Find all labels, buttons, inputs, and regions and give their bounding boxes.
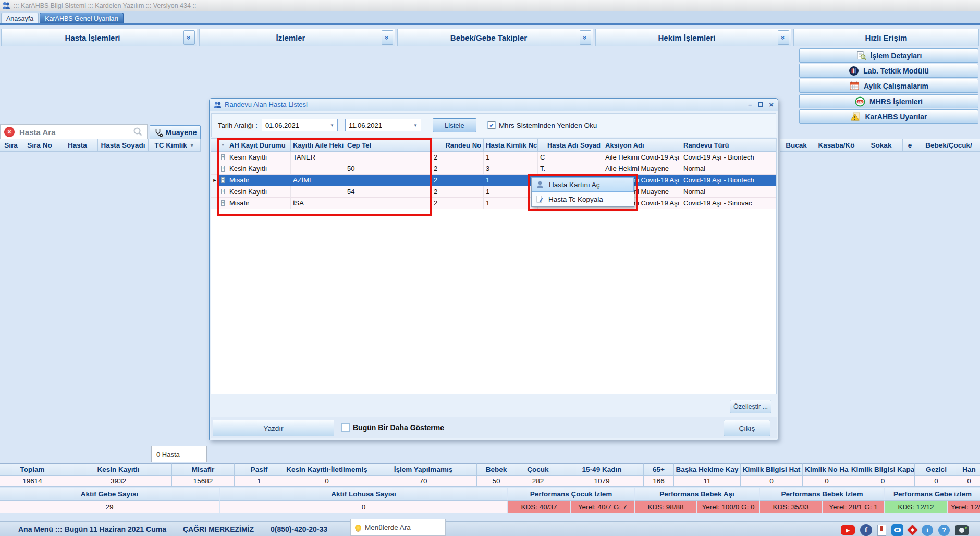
menu-hekim-islemleri[interactable]: Hekim İşlemleri » <box>595 29 791 46</box>
mhrs-checkbox[interactable]: ✔ <box>488 121 495 129</box>
column-e[interactable]: e <box>903 139 917 152</box>
table-row[interactable]: + Kesin Kayıtlı 50 2 3 T. Aile Hekimi Mu… <box>211 163 776 175</box>
cell-cep-tel: 54 <box>345 186 432 197</box>
aktif-gebe-value: 29 <box>0 501 220 513</box>
info-icon[interactable]: i <box>922 525 933 536</box>
yazdir-label: Yazdır <box>263 424 283 432</box>
help-icon[interactable]: ? <box>938 525 950 536</box>
dialog-titlebar: Randevu Alan Hasta Listesi – × <box>210 99 778 111</box>
menu-hasta-islemleri[interactable]: Hasta İşlemleri » <box>1 29 197 46</box>
randevu-table-header: * AH Kayıt Durumu Kayıtlı Aile Heki ▼ Ce… <box>211 139 776 152</box>
status-ana-menu: Ana Menü ::: Bugün 11 Haziran 2021 Cuma <box>18 525 166 533</box>
warning-triangle-icon <box>850 112 861 122</box>
mhrs-islemleri-button[interactable]: 182 MHRS İşlemleri <box>799 94 978 108</box>
stat-value: 0 <box>915 476 958 487</box>
performance-header-row: Aktif Gebe Sayısı Aktif Lohusa Sayısı Pe… <box>0 488 980 501</box>
search-icon[interactable] <box>133 127 143 137</box>
column-ah-kayit-durumu[interactable]: AH Kayıt Durumu <box>227 139 291 152</box>
column-sira[interactable]: Sıra <box>0 139 22 152</box>
table-row-selected[interactable]: ▸ + Misafir AZİME 2 1 Aile Hekimi Covid-… <box>211 175 776 186</box>
column-hasta[interactable]: Hasta <box>57 139 98 152</box>
camera-icon[interactable] <box>955 525 969 535</box>
chevron-down-icon[interactable]: » <box>580 30 591 45</box>
bugun-checkbox[interactable]: ✔ <box>342 424 349 431</box>
expand-plus-icon[interactable]: + <box>219 152 227 163</box>
tab-karahbs-genel-uyarilari[interactable]: KarAHBS Genel Uyarıları <box>40 13 124 25</box>
cell-hekim: TANER <box>291 152 345 163</box>
aylik-calismalarim-button[interactable]: Aylık Çalışmalarım <box>799 79 978 93</box>
column-hasta-adi-soyad[interactable]: Hasta Adı Soyad <box>538 139 603 152</box>
dropdown-arrow-icon[interactable]: ▼ <box>413 123 418 128</box>
context-menu-item-hasta-tc-kopyala[interactable]: Hasta Tc Kopyala <box>532 192 634 206</box>
cikis-button[interactable]: Çıkış <box>724 420 770 436</box>
column-hasta-soyadi[interactable]: Hasta Soyadı <box>98 139 149 152</box>
cell-aksiyon: Aile Hekimi Covid-19 Aşı <box>603 152 681 163</box>
table-row[interactable]: + Misafir İSA 2 1 Aile Hekimi Covid-19 A… <box>211 198 776 209</box>
aktif-lohusa-header: Aktif Lohusa Sayısı <box>220 488 508 501</box>
date-to-combo[interactable]: 11.06.2021 ▼ <box>345 119 421 131</box>
filter-funnel-icon[interactable]: ▼ <box>190 143 194 148</box>
remote-support-icon[interactable]: ⇄ <box>891 524 903 536</box>
menu-bebek-label: Bebek/Gebe Takipler <box>398 33 580 42</box>
youtube-icon[interactable]: ▶ <box>841 525 855 535</box>
stat-header: Bebek <box>477 463 516 476</box>
date-from-combo[interactable]: 01.06.2021 ▼ <box>262 119 338 131</box>
hasta-ara-search-input[interactable]: × Hasta Ara <box>0 124 148 140</box>
karahbs-uyarilar-button[interactable]: KarAHBS Uyarılar <box>799 109 978 124</box>
islem-detaylari-button[interactable]: İşlem Detayları <box>799 48 978 63</box>
tab-anasayfa[interactable]: Anasayfa <box>1 13 39 25</box>
menu-izlemler[interactable]: İzlemler » <box>199 29 395 46</box>
maximize-icon[interactable] <box>758 102 763 107</box>
minimize-icon[interactable]: – <box>748 101 752 108</box>
perf-bebek-izlem-yerel-value: Yerel: 28/1 G: 1 <box>823 501 885 513</box>
cell-kimlik-no: 3 <box>484 163 538 174</box>
clear-search-icon[interactable]: × <box>4 127 15 137</box>
lab-tetkik-modulu-button[interactable]: Lab. Tetkik Modülü <box>799 64 978 78</box>
karahbs-uyarilar-label: KarAHBS Uyarılar <box>865 113 927 121</box>
ozellestir-button[interactable]: Özelleştir ... <box>730 400 771 413</box>
chevron-down-icon[interactable]: » <box>183 30 195 45</box>
perf-bebek-asi-yerel-value: Yerel: 100/0 G: 0 <box>697 501 760 513</box>
context-menu-item-hasta-kartini-ac[interactable]: Hasta Kartını Aç <box>532 177 634 192</box>
column-kayitli-aile-hekimi[interactable]: Kayıtlı Aile Heki ▼ <box>291 139 345 152</box>
notes-icon[interactable] <box>877 525 886 536</box>
menulerde-ara-search-input[interactable]: Menülerde Ara <box>350 519 446 536</box>
table-row[interactable]: + Kesin Kayıtlı TANER 2 1 C Aile Hekimi … <box>211 152 776 163</box>
menu-bebek-gebe-takipler[interactable]: Bebek/Gebe Takipler » <box>397 29 593 46</box>
chevron-down-icon[interactable]: » <box>382 30 393 45</box>
hasta-tc-kopyala-label: Hasta Tc Kopyala <box>548 196 603 203</box>
column-bebek-cocuk[interactable]: Bebek/Çocuk/ <box>917 139 980 152</box>
randevu-table: * AH Kayıt Durumu Kayıtlı Aile Heki ▼ Ce… <box>211 138 777 394</box>
patient-table-header: Sıra Sıra No Hasta Hasta Soyadı TC Kimli… <box>0 139 201 152</box>
dropdown-arrow-icon[interactable]: ▼ <box>330 123 334 128</box>
perf-bebek-izlem-header: Performans Bebek İzlem <box>760 488 885 501</box>
chevron-down-icon[interactable]: » <box>778 30 789 45</box>
muayene-button[interactable]: Muayene <box>150 125 201 140</box>
expand-plus-icon[interactable]: + <box>219 163 227 174</box>
facebook-icon[interactable]: f <box>860 524 872 536</box>
column-kasaba-koy[interactable]: Kasaba/Kö <box>813 139 860 152</box>
column-sira-no[interactable]: Sıra No <box>22 139 57 152</box>
diamond-icon[interactable] <box>907 525 918 535</box>
column-randevu-no[interactable]: Randeu No <box>432 139 484 152</box>
table-row[interactable]: + Kesin Kayıtlı 54 2 1 Aile Hekimi Muaye… <box>211 186 776 198</box>
hasta-kartini-ac-label: Hasta Kartını Aç <box>549 181 600 189</box>
column-tc-kimlik[interactable]: TC Kimlik ▼ <box>149 139 201 152</box>
close-icon[interactable]: × <box>769 100 774 109</box>
person-icon <box>536 180 544 189</box>
column-aksiyon-adi[interactable]: Aksiyon Adı <box>603 139 681 152</box>
cell-adi-soyad: C <box>538 152 603 163</box>
app-people-icon <box>2 2 10 9</box>
lightbulb-icon <box>355 525 361 531</box>
column-bucak[interactable]: Bucak <box>780 139 813 152</box>
expand-plus-icon[interactable]: + <box>219 198 227 209</box>
expand-plus-icon[interactable]: + <box>219 175 227 186</box>
listele-button[interactable]: Listele <box>433 118 476 132</box>
column-hasta-kimlik-no[interactable]: Hasta Kimlik Nc <box>484 139 538 152</box>
column-randevu-turu[interactable]: Randevu Türü <box>681 139 776 152</box>
expand-plus-icon[interactable]: + <box>219 186 227 197</box>
column-cep-tel[interactable]: Cep Tel <box>345 139 432 152</box>
column-sokak[interactable]: Sokak <box>860 139 903 152</box>
cell-cep-tel <box>345 198 432 209</box>
yazdir-button[interactable]: Yazdır <box>213 420 334 436</box>
